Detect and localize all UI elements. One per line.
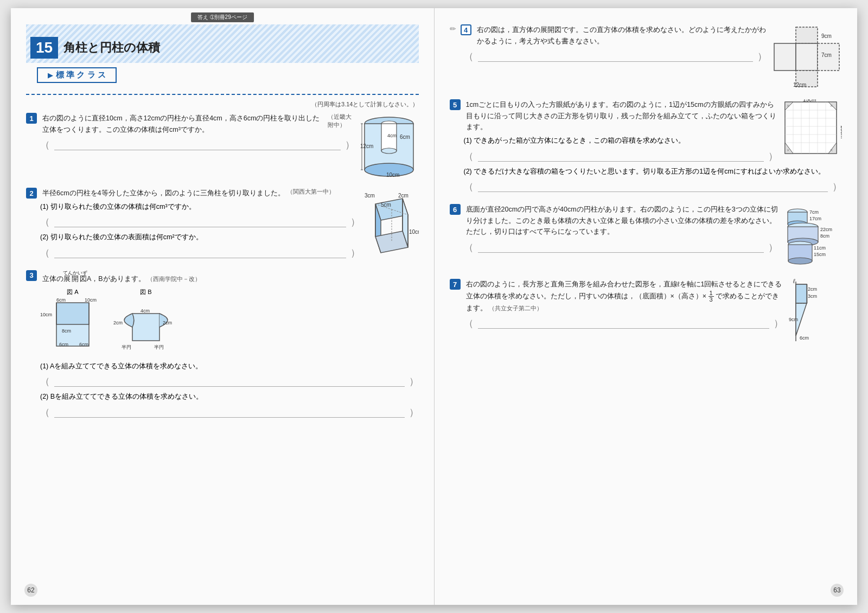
problem-3-source: （西南学院中－改）: [147, 276, 201, 282]
answer-line-2-2: （ ）: [40, 246, 360, 259]
svg-rect-43: [796, 27, 818, 43]
svg-text:6cm: 6cm: [79, 342, 88, 347]
answer-line-2-1: （ ）: [40, 215, 360, 228]
diagram-5: 15cm 15cm × × × ×: [782, 99, 842, 159]
svg-text:3cm: 3cm: [365, 193, 375, 199]
svg-text:半円: 半円: [154, 344, 164, 350]
svg-rect-51: [785, 102, 837, 154]
problem-7-header: 7 右の図のように，長方形と直角三角形を組み合わせた図形を，直線ℓを軸に1回転さ…: [450, 279, 784, 314]
svg-text:8cm: 8cm: [62, 328, 71, 334]
problem-2-source: （関西大第一中）: [287, 188, 335, 196]
answer-line-3-2: （ ）: [40, 406, 419, 419]
problem-1-text: 右の図のように直径10cm，高さ12cmの円柱から直径4cm，高さ6cmの円柱を…: [42, 113, 326, 135]
problem-5-text: 1cmごとに目もりの入った方眼紙があります。右の図のように，1辺が15cmの方眼…: [466, 99, 778, 133]
problem-number-4: 4: [461, 24, 471, 35]
page-number-left: 62: [24, 584, 37, 597]
answer-line-5-2: （ ）: [464, 180, 843, 193]
problem-3: 3 立体の展開図てんかいずA，Bがあります。 （西南学院中－改） 図 A: [26, 270, 419, 419]
problem-number-1: 1: [26, 113, 37, 124]
svg-text:2cm: 2cm: [808, 286, 817, 292]
svg-text:7cm: 7cm: [809, 209, 819, 215]
svg-rect-45: [796, 43, 818, 71]
diagram-6: 7cm 17cm 22cm 8cm 11cm 15cm: [782, 204, 842, 269]
problem-5-sub2: (2) できるだけ大きな容積の箱をつくりたいと思います。切り取る正方形の1辺を何…: [464, 166, 843, 177]
level-badge: 標 準 ク ラ ス: [37, 67, 117, 83]
problem-2-text: 半径6cmの円柱を4等分した立体から，図のように三角柱を切り取りました。: [42, 188, 285, 199]
problem-number-2: 2: [26, 188, 37, 199]
problem-number-7: 7: [450, 279, 461, 290]
page-number-right: 63: [831, 584, 844, 597]
diagrams-3: 図 A 6cm 10cm 10cm 8cm 6cm 6cm: [40, 288, 419, 359]
svg-rect-44: [774, 43, 796, 71]
svg-text:8cm: 8cm: [820, 233, 829, 239]
problem-5: 15cm 15cm × × × × 5 1cmごとに目もりの入った方眼紙がありま…: [450, 99, 843, 196]
svg-text:22cm: 22cm: [820, 227, 832, 232]
svg-text:2cm: 2cm: [113, 320, 123, 325]
answer-line-6: （ ）: [464, 241, 778, 254]
problem-1: 6cm 12cm 10cm 4cm 1 右の図のように直径10cm，高さ12cm…: [26, 113, 419, 180]
ruby-tenkouzu: 展開図てんかいず: [63, 275, 87, 283]
problem-7: ℓ 2cm 3cm 9cm 6cm 7: [450, 279, 843, 346]
svg-text:6cm: 6cm: [800, 335, 809, 341]
svg-text:10cm: 10cm: [386, 172, 399, 178]
answer-line-1: （ ）: [40, 138, 355, 151]
pencil-icon-4: ✏: [450, 24, 456, 33]
svg-text:17cm: 17cm: [809, 216, 821, 221]
svg-text:15cm: 15cm: [814, 252, 826, 257]
svg-rect-37: [132, 314, 159, 341]
svg-text:15cm: 15cm: [840, 125, 842, 138]
problem-7-source: （共立女子第二中）: [489, 305, 542, 311]
answer-line-5-1: （ ）: [464, 150, 778, 163]
answer-line-7: （ ）: [464, 317, 784, 330]
answer-line-3-1: （ ）: [40, 375, 419, 388]
svg-text:4cm: 4cm: [387, 133, 397, 138]
svg-point-5: [381, 148, 397, 154]
svg-text:×: ×: [787, 103, 789, 108]
svg-text:10cm: 10cm: [85, 297, 97, 303]
answer-tag: 答え ➀別冊29ページ: [191, 12, 254, 22]
svg-rect-89: [796, 284, 807, 303]
svg-text:×: ×: [830, 148, 833, 153]
svg-text:12cm: 12cm: [793, 82, 806, 88]
svg-text:12cm: 12cm: [360, 143, 373, 149]
problem-6: 7cm 17cm 22cm 8cm 11cm 15cm 6: [450, 204, 843, 271]
diagram-2: 3cm 2cm 5cm 10cm: [365, 188, 419, 258]
problem-2-sub1: (1) 切り取られた後の立体の体積は何cm³ですか。: [40, 201, 419, 213]
svg-text:ℓ: ℓ: [793, 279, 795, 284]
problem-5-header: 5 1cmごとに目もりの入った方眼紙があります。右の図のように，1辺が15cmの…: [450, 99, 778, 133]
chapter-header-stripe: 15 角柱と円柱の体積: [26, 24, 419, 63]
svg-text:×: ×: [787, 148, 789, 153]
problem-3-sub1: (1) Aを組み立ててできる立体の体積を求めなさい。: [40, 361, 419, 372]
right-page: 9cm 7cm 12cm ✏ 4 右の図は，直方体の展開図です。この直方体の体積…: [435, 8, 858, 605]
svg-text:15cm: 15cm: [803, 99, 816, 103]
svg-text:2cm: 2cm: [163, 320, 172, 325]
problem-6-text: 底面が直径20cmの円で高さが40cmの円柱があります。右の図のように，この円柱…: [466, 204, 778, 238]
problem-2-sub2: (2) 切り取られた後の立体の表面積は何cm²ですか。: [40, 232, 419, 243]
problem-2: 3cm 2cm 5cm 10cm 2 半径6cmの円柱を4等分した立体から，図の…: [26, 188, 419, 263]
problem-6-header: 6 底面が直径20cmの円で高さが40cmの円柱があります。右の図のように，この…: [450, 204, 778, 238]
svg-text:7cm: 7cm: [821, 52, 832, 58]
svg-text:10cm: 10cm: [409, 229, 419, 235]
problem-1-source: （近畿大附中）: [328, 113, 354, 129]
problem-number-6: 6: [450, 204, 461, 215]
problem-4-text: 右の図は，直方体の展開図です。この直方体の体積を求めなさい。どのように考えたかが…: [477, 24, 768, 47]
chapter-header: 15 角柱と円柱の体積: [30, 37, 414, 59]
problem-number-3: 3: [26, 270, 37, 281]
problem-4-header: ✏ 4 右の図は，直方体の展開図です。この直方体の体積を求めなさい。どのように考…: [450, 24, 768, 47]
svg-text:2cm: 2cm: [398, 193, 409, 199]
svg-text:11cm: 11cm: [814, 245, 826, 251]
diagram-1: 6cm 12cm 10cm 4cm: [359, 113, 419, 178]
svg-text:半円: 半円: [122, 344, 131, 350]
answer-line-4: （ ）: [464, 50, 768, 63]
svg-text:6cm: 6cm: [56, 297, 66, 303]
problem-4: 9cm 7cm 12cm ✏ 4 右の図は，直方体の展開図です。この直方体の体積…: [450, 24, 843, 92]
problem-3-sub2: (2) Bを組み立ててできる立体の体積を求めなさい。: [40, 391, 419, 403]
svg-text:9cm: 9cm: [789, 317, 798, 322]
problem-number-5: 5: [450, 99, 461, 110]
problem-3-header: 3 立体の展開図てんかいずA，Bがあります。 （西南学院中－改）: [26, 270, 419, 285]
problem-7-text: 右の図のように，長方形と直角三角形を組み合わせた図形を，直線ℓを軸に1回転させる…: [466, 279, 784, 314]
problem-3-text: 立体の展開図てんかいずA，Bがあります。 （西南学院中－改）: [42, 270, 202, 285]
pi-note: （円周率は3.14として計算しなさい。）: [26, 100, 419, 108]
left-page: 答え ➀別冊29ページ 15 角柱と円柱の体積 標 準 ク ラ ス （円周率は3…: [11, 8, 435, 605]
problem-1-header: 1 右の図のように直径10cm，高さ12cmの円柱から直径4cm，高さ6cmの円…: [26, 113, 355, 135]
